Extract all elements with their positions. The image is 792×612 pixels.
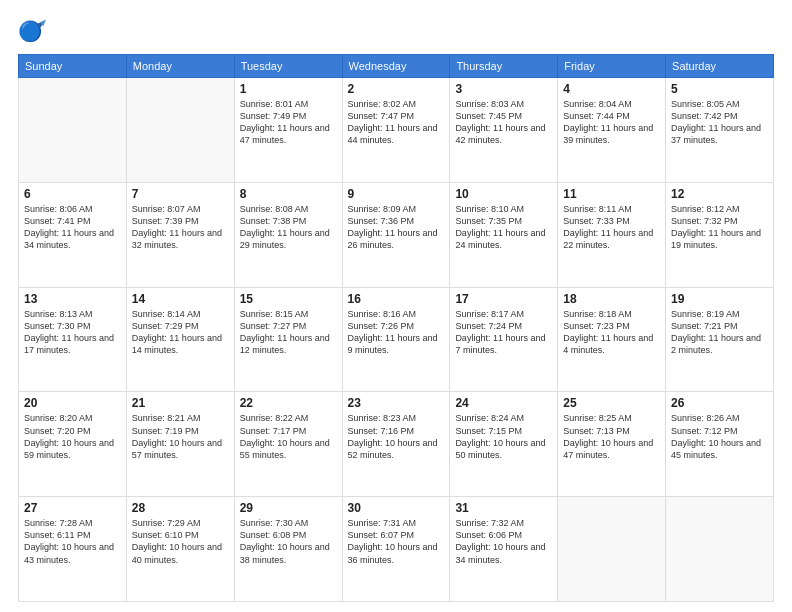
day-number: 19	[671, 292, 768, 306]
calendar-cell: 26Sunrise: 8:26 AMSunset: 7:12 PMDayligh…	[666, 392, 774, 497]
calendar-cell	[666, 497, 774, 602]
day-number: 3	[455, 82, 552, 96]
day-info: Sunrise: 8:17 AMSunset: 7:24 PMDaylight:…	[455, 308, 552, 357]
day-info: Sunrise: 8:25 AMSunset: 7:13 PMDaylight:…	[563, 412, 660, 461]
day-number: 16	[348, 292, 445, 306]
calendar-cell: 5Sunrise: 8:05 AMSunset: 7:42 PMDaylight…	[666, 78, 774, 183]
calendar-cell	[558, 497, 666, 602]
calendar-cell: 10Sunrise: 8:10 AMSunset: 7:35 PMDayligh…	[450, 182, 558, 287]
day-info: Sunrise: 8:11 AMSunset: 7:33 PMDaylight:…	[563, 203, 660, 252]
day-info: Sunrise: 8:24 AMSunset: 7:15 PMDaylight:…	[455, 412, 552, 461]
day-info: Sunrise: 7:28 AMSunset: 6:11 PMDaylight:…	[24, 517, 121, 566]
calendar-cell: 2Sunrise: 8:02 AMSunset: 7:47 PMDaylight…	[342, 78, 450, 183]
calendar-cell: 22Sunrise: 8:22 AMSunset: 7:17 PMDayligh…	[234, 392, 342, 497]
day-number: 27	[24, 501, 121, 515]
calendar-cell: 13Sunrise: 8:13 AMSunset: 7:30 PMDayligh…	[19, 287, 127, 392]
day-number: 18	[563, 292, 660, 306]
day-info: Sunrise: 8:18 AMSunset: 7:23 PMDaylight:…	[563, 308, 660, 357]
calendar-week-4: 20Sunrise: 8:20 AMSunset: 7:20 PMDayligh…	[19, 392, 774, 497]
calendar-cell: 7Sunrise: 8:07 AMSunset: 7:39 PMDaylight…	[126, 182, 234, 287]
day-info: Sunrise: 7:30 AMSunset: 6:08 PMDaylight:…	[240, 517, 337, 566]
weekday-header-monday: Monday	[126, 55, 234, 78]
day-number: 13	[24, 292, 121, 306]
calendar-cell: 29Sunrise: 7:30 AMSunset: 6:08 PMDayligh…	[234, 497, 342, 602]
day-info: Sunrise: 7:31 AMSunset: 6:07 PMDaylight:…	[348, 517, 445, 566]
weekday-header-friday: Friday	[558, 55, 666, 78]
day-number: 2	[348, 82, 445, 96]
weekday-header-saturday: Saturday	[666, 55, 774, 78]
calendar-cell: 17Sunrise: 8:17 AMSunset: 7:24 PMDayligh…	[450, 287, 558, 392]
calendar-week-5: 27Sunrise: 7:28 AMSunset: 6:11 PMDayligh…	[19, 497, 774, 602]
day-number: 6	[24, 187, 121, 201]
day-info: Sunrise: 8:21 AMSunset: 7:19 PMDaylight:…	[132, 412, 229, 461]
header: 🔵	[18, 18, 774, 46]
day-number: 20	[24, 396, 121, 410]
day-info: Sunrise: 8:03 AMSunset: 7:45 PMDaylight:…	[455, 98, 552, 147]
day-number: 15	[240, 292, 337, 306]
calendar-cell: 24Sunrise: 8:24 AMSunset: 7:15 PMDayligh…	[450, 392, 558, 497]
day-number: 26	[671, 396, 768, 410]
calendar-cell: 28Sunrise: 7:29 AMSunset: 6:10 PMDayligh…	[126, 497, 234, 602]
calendar-cell: 9Sunrise: 8:09 AMSunset: 7:36 PMDaylight…	[342, 182, 450, 287]
day-info: Sunrise: 8:13 AMSunset: 7:30 PMDaylight:…	[24, 308, 121, 357]
day-info: Sunrise: 8:23 AMSunset: 7:16 PMDaylight:…	[348, 412, 445, 461]
page: 🔵 SundayMondayTuesdayWednesdayThursdayFr…	[0, 0, 792, 612]
calendar-week-1: 1Sunrise: 8:01 AMSunset: 7:49 PMDaylight…	[19, 78, 774, 183]
day-number: 30	[348, 501, 445, 515]
day-number: 4	[563, 82, 660, 96]
day-number: 8	[240, 187, 337, 201]
day-number: 25	[563, 396, 660, 410]
weekday-header-tuesday: Tuesday	[234, 55, 342, 78]
day-info: Sunrise: 8:12 AMSunset: 7:32 PMDaylight:…	[671, 203, 768, 252]
day-number: 12	[671, 187, 768, 201]
day-info: Sunrise: 8:06 AMSunset: 7:41 PMDaylight:…	[24, 203, 121, 252]
day-number: 21	[132, 396, 229, 410]
logo: 🔵	[18, 18, 50, 46]
calendar-cell: 14Sunrise: 8:14 AMSunset: 7:29 PMDayligh…	[126, 287, 234, 392]
calendar-cell: 18Sunrise: 8:18 AMSunset: 7:23 PMDayligh…	[558, 287, 666, 392]
day-info: Sunrise: 8:02 AMSunset: 7:47 PMDaylight:…	[348, 98, 445, 147]
day-info: Sunrise: 8:14 AMSunset: 7:29 PMDaylight:…	[132, 308, 229, 357]
day-number: 5	[671, 82, 768, 96]
day-info: Sunrise: 8:19 AMSunset: 7:21 PMDaylight:…	[671, 308, 768, 357]
calendar-week-2: 6Sunrise: 8:06 AMSunset: 7:41 PMDaylight…	[19, 182, 774, 287]
day-number: 22	[240, 396, 337, 410]
weekday-header-thursday: Thursday	[450, 55, 558, 78]
day-number: 23	[348, 396, 445, 410]
day-info: Sunrise: 8:08 AMSunset: 7:38 PMDaylight:…	[240, 203, 337, 252]
day-info: Sunrise: 7:29 AMSunset: 6:10 PMDaylight:…	[132, 517, 229, 566]
day-number: 29	[240, 501, 337, 515]
calendar-cell: 19Sunrise: 8:19 AMSunset: 7:21 PMDayligh…	[666, 287, 774, 392]
day-info: Sunrise: 8:10 AMSunset: 7:35 PMDaylight:…	[455, 203, 552, 252]
day-info: Sunrise: 8:09 AMSunset: 7:36 PMDaylight:…	[348, 203, 445, 252]
calendar-cell: 4Sunrise: 8:04 AMSunset: 7:44 PMDaylight…	[558, 78, 666, 183]
day-info: Sunrise: 8:20 AMSunset: 7:20 PMDaylight:…	[24, 412, 121, 461]
day-info: Sunrise: 7:32 AMSunset: 6:06 PMDaylight:…	[455, 517, 552, 566]
calendar-cell: 21Sunrise: 8:21 AMSunset: 7:19 PMDayligh…	[126, 392, 234, 497]
calendar-cell: 30Sunrise: 7:31 AMSunset: 6:07 PMDayligh…	[342, 497, 450, 602]
day-number: 1	[240, 82, 337, 96]
day-info: Sunrise: 8:04 AMSunset: 7:44 PMDaylight:…	[563, 98, 660, 147]
day-number: 11	[563, 187, 660, 201]
day-info: Sunrise: 8:05 AMSunset: 7:42 PMDaylight:…	[671, 98, 768, 147]
calendar-table: SundayMondayTuesdayWednesdayThursdayFrid…	[18, 54, 774, 602]
calendar-cell: 8Sunrise: 8:08 AMSunset: 7:38 PMDaylight…	[234, 182, 342, 287]
logo-icon: 🔵	[18, 18, 46, 46]
calendar-cell	[126, 78, 234, 183]
weekday-header-wednesday: Wednesday	[342, 55, 450, 78]
day-info: Sunrise: 8:26 AMSunset: 7:12 PMDaylight:…	[671, 412, 768, 461]
calendar-week-3: 13Sunrise: 8:13 AMSunset: 7:30 PMDayligh…	[19, 287, 774, 392]
calendar-cell: 6Sunrise: 8:06 AMSunset: 7:41 PMDaylight…	[19, 182, 127, 287]
calendar-cell: 31Sunrise: 7:32 AMSunset: 6:06 PMDayligh…	[450, 497, 558, 602]
day-info: Sunrise: 8:22 AMSunset: 7:17 PMDaylight:…	[240, 412, 337, 461]
day-info: Sunrise: 8:15 AMSunset: 7:27 PMDaylight:…	[240, 308, 337, 357]
day-number: 10	[455, 187, 552, 201]
calendar-cell: 27Sunrise: 7:28 AMSunset: 6:11 PMDayligh…	[19, 497, 127, 602]
calendar-cell: 23Sunrise: 8:23 AMSunset: 7:16 PMDayligh…	[342, 392, 450, 497]
day-number: 31	[455, 501, 552, 515]
day-info: Sunrise: 8:16 AMSunset: 7:26 PMDaylight:…	[348, 308, 445, 357]
day-number: 7	[132, 187, 229, 201]
calendar-cell: 12Sunrise: 8:12 AMSunset: 7:32 PMDayligh…	[666, 182, 774, 287]
calendar-cell: 15Sunrise: 8:15 AMSunset: 7:27 PMDayligh…	[234, 287, 342, 392]
calendar-cell: 20Sunrise: 8:20 AMSunset: 7:20 PMDayligh…	[19, 392, 127, 497]
